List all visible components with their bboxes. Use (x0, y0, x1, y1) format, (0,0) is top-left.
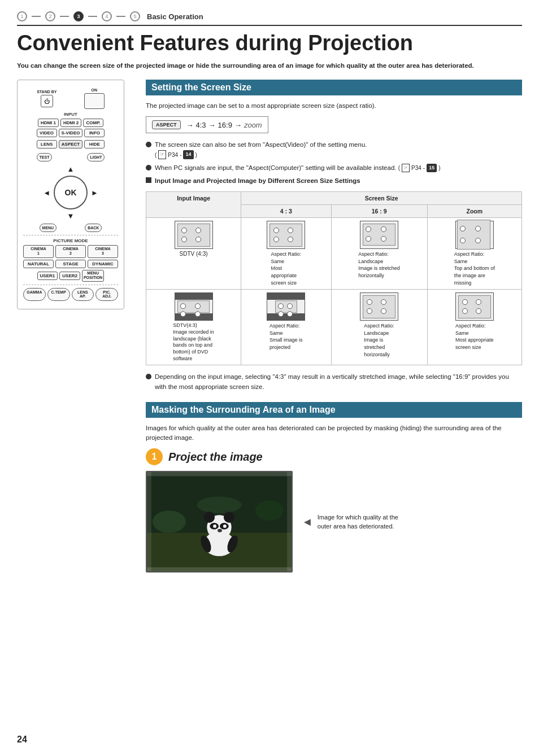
page-number: 24 (17, 735, 27, 745)
test-light-row: TEST LIGHT (23, 153, 118, 161)
panda-svg (147, 471, 292, 573)
cinema2-button[interactable]: CINEMA2 (55, 245, 86, 258)
panda-image (147, 472, 292, 571)
aspect-ratio-row: ASPECT → 4:3 → 16:9 → zoom (146, 116, 268, 133)
row1-col43: Aspect Ratio:SameMostappropriatescreen s… (241, 218, 331, 290)
ok-row: ◄ OK ► (43, 173, 98, 212)
comp-button[interactable]: COMP. (83, 119, 103, 127)
user1-button[interactable]: USER1 (37, 272, 58, 280)
on-button[interactable] (84, 93, 105, 109)
svg-point-13 (218, 529, 222, 532)
row1-43-preview (267, 221, 305, 249)
row2-zoom: Aspect Ratio:SameMost appropriatescreen … (427, 290, 521, 365)
row1-zoom: Aspect Ratio:SameTop and bottom ofthe im… (427, 218, 521, 290)
row2-43-label: Aspect Ratio:SameSmall image isprojected (270, 322, 303, 351)
row1-43-label: Aspect Ratio:SameMostappropriatescreen s… (271, 251, 302, 286)
test-button[interactable]: TEST (37, 153, 53, 161)
row1-zoom-preview (455, 221, 494, 249)
remote-control: STAND BY ⏻ ON INPUT HDMI 1 HDMI 2 COMP. … (17, 80, 124, 309)
row1-input-label: SDTV (4:3) (180, 251, 208, 257)
light-button[interactable]: LIGHT (87, 153, 105, 161)
bullet-item-4: Depending on the input image, selecting … (146, 372, 522, 392)
input-label: INPUT (23, 112, 118, 117)
step-1: 1 (17, 11, 27, 21)
row2-43-preview (267, 292, 305, 321)
cinema1-button[interactable]: CINEMA1 (23, 245, 54, 258)
picture-mode-label: PICTURE MODE (23, 238, 118, 243)
step-dash-2 (60, 16, 69, 17)
main-layout: STAND BY ⏻ ON INPUT HDMI 1 HDMI 2 COMP. … (17, 80, 522, 573)
cinema3-button[interactable]: CINEMA3 (88, 245, 118, 258)
step-2: 2 (45, 11, 55, 21)
aspect-indicator-button[interactable]: ASPECT (152, 120, 181, 129)
user2-button[interactable]: USER2 (59, 272, 80, 280)
bullet-item-2: When PC signals are input, the "Aspect(C… (146, 163, 522, 173)
top-navigation: 1 2 3 4 5 Basic Operation (17, 11, 522, 26)
bullet-item-3: Input Image and Projected Image by Diffe… (146, 176, 522, 186)
step-dash-1 (32, 16, 41, 17)
col-43-header: 4 : 3 (241, 205, 331, 218)
arrow-right-icon[interactable]: ► (91, 189, 98, 197)
row2-169-preview (360, 292, 398, 321)
step-5: 5 (130, 11, 140, 21)
standby-label: STAND BY (37, 90, 56, 94)
ok-section: ▲ ◄ OK ► ▼ (23, 165, 118, 220)
dynamic-button[interactable]: DYNAMIC (88, 260, 118, 268)
hdmi2-button[interactable]: HDMI 2 (60, 119, 81, 127)
image-section: ◄ Image for which quality at the outer a… (146, 471, 522, 573)
bullet-list: The screen size can also be set from "As… (146, 140, 522, 186)
lens-button[interactable]: LENS (37, 140, 57, 148)
svg-point-2 (153, 511, 186, 533)
svg-point-12 (223, 525, 227, 528)
hdmi1-button[interactable]: HDMI 1 (38, 119, 59, 127)
row1-col169: Aspect Ratio:LandscapeImage is stretched… (331, 218, 427, 290)
cinema-grid: CINEMA1 CINEMA2 CINEMA3 NATURAL STAGE DY… (23, 245, 118, 268)
ref-badge-2: 15 (427, 164, 437, 173)
arrow-left-caption-icon: ◄ (302, 515, 313, 528)
natural-button[interactable]: NATURAL (23, 260, 54, 268)
user-row: USER1 USER2 MENUPOSITION (23, 270, 118, 282)
menu-position-button[interactable]: MENUPOSITION (82, 270, 104, 282)
bullet-dot-1 (146, 142, 151, 147)
lens-row: LENS ASPECT HIDE (23, 140, 118, 148)
row1-zoom-label: Aspect Ratio:SameTop and bottom ofthe im… (454, 251, 495, 286)
setting-screen-size-header: Setting the Screen Size (146, 80, 522, 95)
svideo-button[interactable]: S-VIDEO (59, 129, 83, 137)
video-button[interactable]: VIDEO (37, 129, 57, 137)
table-row-1: SDTV (4:3) (146, 218, 522, 290)
step1-title: Project the image (168, 451, 263, 464)
projected-image (146, 471, 293, 573)
ctemp-button[interactable]: C.TEMP (47, 288, 70, 301)
row2-input-label: SDTV(4:3)Image recorded inlandscape (bla… (173, 322, 214, 362)
row2-col43: Aspect Ratio:SameSmall image isprojected (241, 290, 331, 365)
stage-button[interactable]: STAGE (55, 260, 86, 268)
bullet-dot-4 (146, 374, 151, 379)
step-4: 4 (102, 11, 112, 21)
standby-icon[interactable]: ⏻ (41, 95, 53, 107)
table-row-2: SDTV(4:3)Image recorded inlandscape (bla… (146, 290, 522, 365)
hdmi-row: HDMI 1 HDMI 2 COMP. (23, 119, 118, 127)
gamma-button[interactable]: GAMMA (23, 288, 46, 301)
caption-section: ◄ Image for which quality at the outer a… (302, 513, 408, 531)
hide-button[interactable]: HIDE (84, 140, 105, 148)
left-column: STAND BY ⏻ ON INPUT HDMI 1 HDMI 2 COMP. … (17, 80, 136, 573)
arrow-up-icon[interactable]: ▲ (67, 165, 75, 173)
ok-button[interactable]: OK (54, 176, 88, 209)
lens-ap-button[interactable]: LENSAP. (72, 288, 94, 301)
row2-zoom-label: Aspect Ratio:SameMost appropriatescreen … (455, 322, 494, 351)
ref-box-2: (☞ P34 - 15 ) (398, 164, 441, 173)
menu-button[interactable]: MENU (40, 224, 57, 232)
svg-rect-17 (147, 567, 292, 572)
pic-adj-button[interactable]: PIC.ADJ. (95, 288, 118, 301)
aspect-flow: → 4:3 → 16:9 → zoom (186, 121, 262, 129)
back-button[interactable]: BACK (85, 224, 102, 232)
svg-rect-16 (147, 472, 292, 477)
info-button[interactable]: INFO (84, 129, 105, 137)
arrow-down-icon[interactable]: ▼ (67, 212, 75, 220)
divider-1 (23, 235, 118, 235)
divider-2 (23, 285, 118, 285)
svg-point-7 (203, 512, 215, 523)
col-screen-header: Screen Size (241, 192, 522, 205)
aspect-button[interactable]: ASPECT (59, 140, 82, 148)
arrow-left-icon[interactable]: ◄ (43, 189, 50, 197)
